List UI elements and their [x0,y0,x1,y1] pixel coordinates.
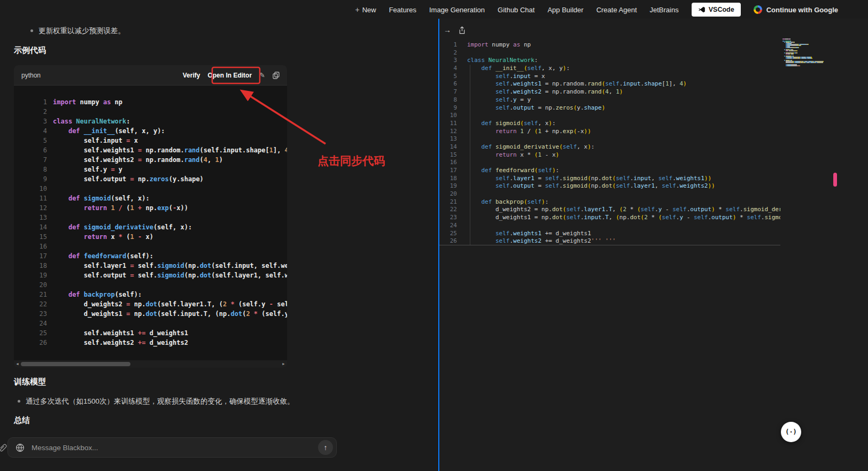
line-number: 12 [31,203,47,213]
share-icon[interactable] [459,26,466,34]
nav-item-features[interactable]: Features [389,6,416,14]
code-line: 14 def sigmoid_derivative(self, x): [439,143,780,151]
chat-bullet-train: 通过多次迭代（如1500次）来训练模型，观察损失函数的变化，确保模型逐渐收敛。 [18,397,392,406]
line-number: 17 [439,167,457,175]
nav-item-github-chat[interactable]: Github Chat [498,6,534,14]
line-number: 21 [31,290,47,299]
line-number: 14 [439,143,457,151]
code-line: 18 self.layer1 = self.sigmoid(np.dot(sel… [439,175,780,183]
new-button[interactable]: + New [355,5,376,14]
code-line: 10 [31,184,287,194]
bullet-text: 通过多次迭代（如1500次）来训练模型，观察损失函数的变化，确保模型逐渐收敛。 [26,397,294,406]
copy-icon[interactable] [273,72,280,79]
code-line: 11 def sigmoid(self, x): [31,194,287,203]
code-line: 20 [31,280,287,290]
bullet-dot [30,29,33,32]
minimap-line [782,65,834,66]
code-block-card: python Verify Open In Editor ✎ 1import n… [14,65,287,368]
code-line: 9 self.output = np.zeros(y.shape) [31,174,287,184]
code-line: 2 [439,49,780,57]
vscode-button[interactable]: VSCode [692,3,741,17]
heading-train-model: 训练模型 [14,377,46,387]
code-line: 10 [439,112,780,120]
code-line: 8 self.y = y [439,96,780,104]
line-number: 2 [439,49,457,57]
line-number: 17 [31,251,47,261]
nav-item-jetbrains[interactable]: JetBrains [650,6,679,14]
code-line: 24 [31,319,287,328]
line-number: 9 [31,174,47,184]
minimap[interactable] [782,38,834,66]
heading-example-code: 示例代码 [14,45,46,56]
edit-icon[interactable]: ✎ [259,71,265,79]
nav-item-app-builder[interactable]: App Builder [547,6,583,14]
scrollbar-thumb[interactable] [21,362,130,366]
code-line: 7 self.weights2 = np.random.rand(4, 1) [31,155,287,165]
line-number: 7 [31,155,47,165]
horizontal-scrollbar[interactable]: ◄ ► [14,360,287,368]
nav-item-image-generation[interactable]: Image Generation [429,6,485,14]
line-number: 12 [439,128,457,136]
vscode-label: VSCode [709,6,734,13]
new-label: New [362,6,376,14]
line-number: 20 [31,280,47,290]
line-number: 26 [439,237,457,245]
message-input[interactable] [32,444,313,452]
code-line: 6 self.weights1 = np.random.rand(self.in… [439,80,780,88]
google-label: Continue with Google [766,6,838,14]
code-line: 19 self.output = self.sigmoid(np.dot(sel… [439,182,780,190]
line-number: 1 [31,97,47,107]
plus-icon: + [355,5,359,14]
line-number: 5 [31,136,47,145]
open-in-editor-button[interactable]: Open In Editor [207,72,252,79]
code-line: 26 self.weights2 += d_weights2''' ''' [439,237,780,245]
code-line: 4 def __init__(self, x, y): [439,65,780,73]
code-line: 23 d_weights1 = np.dot(self.input.T, (np… [31,309,287,319]
web-search-icon[interactable] [13,441,26,454]
verify-button[interactable]: Verify [183,72,200,79]
line-number: 5 [439,73,457,81]
code-line: 15 return x * (1 - x) [31,232,287,242]
heading-summary: 总结 [14,415,30,426]
code-line: 2 [31,107,287,117]
code-line: 3class NeuralNetwork: [439,57,780,65]
line-number: 22 [439,206,457,214]
code-line: 7 self.weights2 = np.random.rand(4, 1) [439,88,780,96]
nav-item-create-agent[interactable]: Create Agent [596,6,637,14]
code-line: 1import numpy as np [439,41,780,49]
line-number: 25 [439,230,457,238]
line-number: 13 [31,213,47,222]
line-number: 15 [439,151,457,159]
code-line: 25 self.weights1 += d_weights1 [439,230,780,238]
code-line: 5 self.input = x [439,73,780,81]
scrollbar-track[interactable] [21,360,280,368]
line-number: 13 [439,135,457,143]
line-number: 18 [439,175,457,183]
line-number: 11 [439,120,457,128]
line-number: 6 [31,145,47,155]
code-line: 15 return x * (1 - x) [439,151,780,159]
editor-code-area[interactable]: 1import numpy as np23class NeuralNetwork… [439,41,780,471]
message-composer: ↑ [7,437,337,458]
send-button[interactable]: ↑ [318,440,333,455]
editor-panel: → 1import numpy as np23class NeuralNetwo… [438,19,868,471]
scroll-left-button[interactable]: ◄ [14,360,21,368]
line-number: 8 [31,165,47,174]
code-block-header: python Verify Open In Editor ✎ [14,65,287,86]
continue-with-google-button[interactable]: Continue with Google [754,5,838,14]
attachment-icon[interactable] [0,443,7,454]
scroll-right-button[interactable]: ► [280,360,287,368]
code-line: 17 def feedforward(self): [439,167,780,175]
code-line: 6 self.weights1 = np.random.rand(self.in… [31,145,287,155]
code-line: 12 return 1 / (1 + np.exp(-x)) [31,203,287,213]
line-number: 16 [439,159,457,167]
arrow-right-icon[interactable]: → [444,26,451,34]
code-line: 8 self.y = y [31,165,287,174]
top-nav: + New FeaturesImage GenerationGithub Cha… [0,0,868,19]
line-number: 18 [31,261,47,271]
line-number: 10 [31,184,47,194]
code-line: 22 d_weights2 = np.dot(self.layer1.T, (2… [439,206,780,214]
line-number: 8 [439,96,457,104]
code-line: 3class NeuralNetwork: [31,117,287,126]
blackbox-fab-button[interactable]: (·) [781,422,801,442]
